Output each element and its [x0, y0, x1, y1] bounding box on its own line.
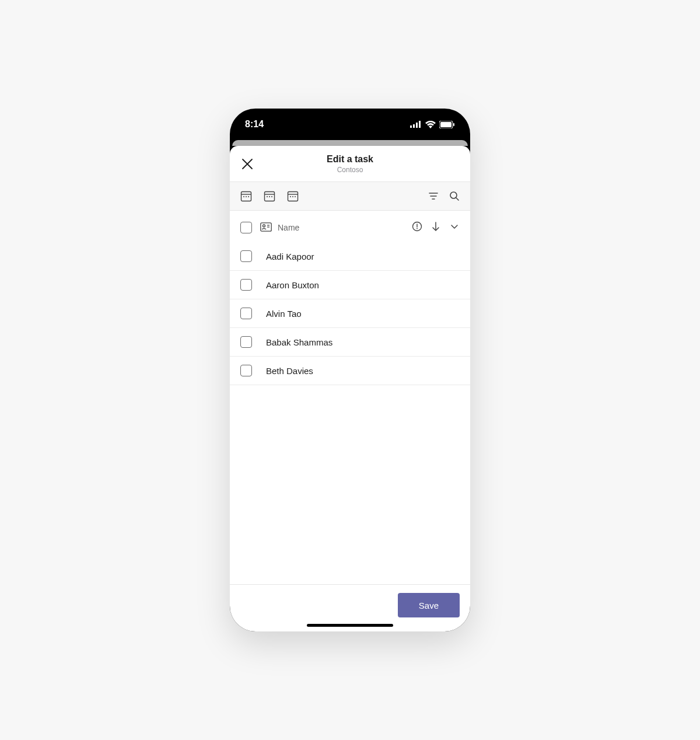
list-item[interactable]: Babak Shammas — [230, 328, 470, 357]
people-list: Name Aadi Kapoor — [230, 211, 470, 584]
svg-rect-1 — [413, 124, 415, 128]
person-name: Alvin Tao — [266, 309, 302, 319]
svg-point-10 — [246, 196, 247, 197]
chevron-down-icon — [449, 221, 460, 232]
svg-rect-3 — [419, 121, 421, 128]
svg-point-33 — [416, 228, 418, 229]
filter-icon — [428, 191, 439, 201]
page-title: Edit a task — [327, 154, 373, 165]
svg-point-25 — [450, 192, 457, 198]
modal-sheet: Edit a task Contoso — [230, 146, 470, 631]
home-indicator[interactable] — [307, 624, 393, 627]
svg-rect-5 — [440, 122, 452, 127]
sheet-backdrop — [232, 140, 468, 146]
close-button[interactable] — [240, 157, 254, 171]
toolbar — [230, 182, 470, 211]
wifi-icon — [425, 121, 436, 128]
svg-point-14 — [267, 196, 268, 197]
status-bar: 8:14 — [230, 109, 470, 140]
svg-point-20 — [292, 196, 293, 197]
filter-button[interactable] — [428, 191, 439, 201]
save-button[interactable]: Save — [398, 593, 460, 617]
svg-rect-27 — [261, 222, 271, 231]
search-button[interactable] — [449, 191, 460, 201]
arrow-down-icon — [430, 221, 441, 232]
calendar-icon — [287, 190, 299, 202]
calendar-view-2-button[interactable] — [264, 190, 275, 202]
person-name: Babak Shammas — [266, 337, 332, 347]
name-column-label: Name — [278, 223, 299, 232]
svg-point-11 — [248, 196, 249, 197]
svg-rect-6 — [453, 123, 454, 126]
person-name: Aaron Buxton — [266, 280, 319, 290]
row-checkbox[interactable] — [240, 250, 252, 262]
svg-point-28 — [263, 225, 265, 227]
info-button[interactable] — [412, 221, 422, 234]
svg-point-19 — [290, 196, 291, 197]
expand-button[interactable] — [449, 221, 460, 234]
svg-point-15 — [269, 196, 270, 197]
calendar-icon — [240, 190, 252, 202]
calendar-icon — [264, 190, 275, 202]
svg-point-21 — [295, 196, 296, 197]
calendar-view-1-button[interactable] — [240, 190, 252, 202]
battery-icon — [439, 121, 455, 128]
row-checkbox[interactable] — [240, 336, 252, 348]
select-all-checkbox[interactable] — [240, 222, 252, 233]
contact-card-icon — [260, 222, 272, 233]
svg-point-9 — [243, 196, 244, 197]
alert-circle-icon — [412, 221, 422, 232]
svg-rect-2 — [416, 123, 418, 128]
person-name: Beth Davies — [266, 366, 313, 376]
row-checkbox[interactable] — [240, 308, 252, 319]
close-icon — [242, 158, 253, 170]
calendar-view-3-button[interactable] — [287, 190, 299, 202]
list-item[interactable]: Aadi Kapoor — [230, 242, 470, 271]
status-time: 8:14 — [245, 119, 264, 130]
list-item[interactable]: Aaron Buxton — [230, 271, 470, 299]
list-item[interactable]: Beth Davies — [230, 357, 470, 385]
cellular-icon — [410, 121, 422, 128]
list-item[interactable]: Alvin Tao — [230, 299, 470, 328]
svg-rect-0 — [410, 125, 412, 128]
svg-line-26 — [456, 198, 459, 200]
sort-button[interactable] — [430, 221, 441, 234]
phone-frame: 8:14 Edit a task Contoso — [230, 109, 470, 631]
row-checkbox[interactable] — [240, 365, 252, 376]
svg-point-16 — [271, 196, 272, 197]
person-name: Aadi Kapoor — [266, 252, 314, 261]
page-subtitle: Contoso — [327, 166, 373, 174]
nav-bar: Edit a task Contoso — [230, 146, 470, 182]
row-checkbox[interactable] — [240, 279, 252, 291]
list-header: Name — [230, 211, 470, 242]
search-icon — [449, 191, 460, 201]
